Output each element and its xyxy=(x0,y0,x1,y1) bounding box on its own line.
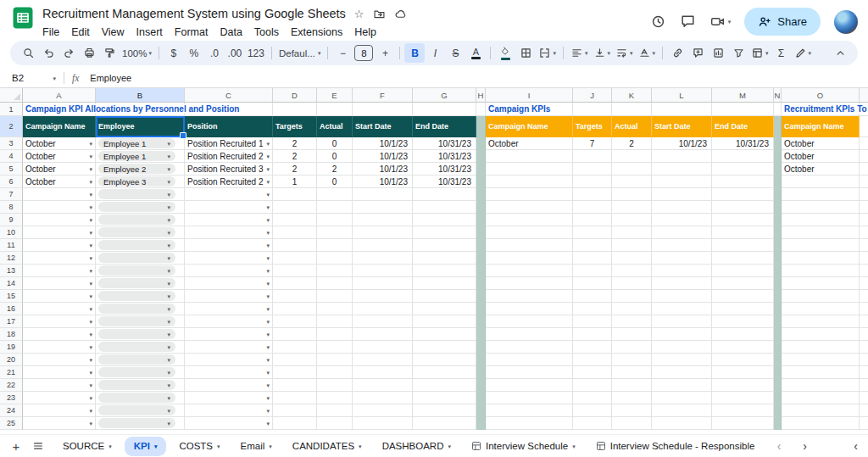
dropdown-chip[interactable]: Employee 3▾ xyxy=(98,176,175,187)
menu-file[interactable]: File xyxy=(36,25,65,40)
cell-E12[interactable] xyxy=(317,252,353,265)
horizontal-align-button[interactable]: ▾ xyxy=(568,43,591,63)
cell-E8[interactable] xyxy=(317,201,353,214)
collapse-panel-icon[interactable]: ‹ xyxy=(854,439,858,453)
cell-O7[interactable] xyxy=(782,188,860,201)
cell-J16[interactable] xyxy=(573,303,612,315)
cell-L8[interactable] xyxy=(652,201,712,214)
cell-J6[interactable] xyxy=(573,176,612,188)
chevron-down-icon[interactable]: ▾ xyxy=(266,382,270,388)
cell-C22[interactable]: ▾ xyxy=(185,379,273,392)
cell-A10[interactable]: ▾ xyxy=(23,226,96,239)
cell-O18[interactable] xyxy=(782,328,860,341)
cell-C25[interactable]: ▾ xyxy=(185,417,273,430)
cell-I13[interactable] xyxy=(486,265,573,277)
cell-C11[interactable]: ▾ xyxy=(185,239,273,252)
cell-K7[interactable] xyxy=(612,188,652,201)
row-header-11[interactable]: 11 xyxy=(0,239,23,252)
cell-M11[interactable] xyxy=(712,239,774,252)
chevron-down-icon[interactable]: ▾ xyxy=(266,204,270,210)
cell-M8[interactable] xyxy=(712,201,774,214)
cell-N16[interactable] xyxy=(774,303,782,315)
cell-edge-9[interactable] xyxy=(860,214,868,226)
cell-K18[interactable] xyxy=(612,328,652,341)
chevron-down-icon[interactable]: ▾ xyxy=(89,421,92,426)
cell-K3[interactable]: 2 xyxy=(612,137,652,150)
cell-K20[interactable] xyxy=(612,354,652,366)
cell-M7[interactable] xyxy=(712,188,774,201)
cell-K1[interactable] xyxy=(612,103,652,116)
cell-C5[interactable]: Position Recruited 3▾ xyxy=(185,163,273,176)
cell-A8[interactable]: ▾ xyxy=(23,201,96,214)
cell-J21[interactable] xyxy=(573,366,612,379)
chevron-down-icon[interactable]: ▾ xyxy=(572,443,576,449)
dropdown-chip[interactable]: ▾ xyxy=(98,393,175,403)
cell-M13[interactable] xyxy=(712,265,774,277)
column-header-I[interactable]: I xyxy=(486,88,573,103)
sheets-logo-icon[interactable] xyxy=(12,7,34,32)
cell-L11[interactable] xyxy=(652,239,712,252)
cell-J14[interactable] xyxy=(573,277,612,290)
cell-I1[interactable]: Campaign KPIs xyxy=(486,103,573,116)
chevron-down-icon[interactable]: ▾ xyxy=(266,357,270,363)
cell-O13[interactable] xyxy=(782,265,860,277)
cell-N3[interactable] xyxy=(774,137,782,150)
cell-L16[interactable] xyxy=(652,303,712,315)
cell-B22[interactable]: ▾ xyxy=(96,379,185,392)
chevron-down-icon[interactable]: ▾ xyxy=(266,408,270,414)
chevron-down-icon[interactable]: ▾ xyxy=(266,153,270,159)
column-header-G[interactable]: G xyxy=(413,88,476,103)
chevron-down-icon[interactable]: ▾ xyxy=(167,293,170,299)
cell-J1[interactable] xyxy=(573,103,612,116)
cell-B6[interactable]: Employee 3▾ xyxy=(96,176,185,188)
chevron-down-icon[interactable]: ▾ xyxy=(266,141,270,147)
cloud-status-icon[interactable] xyxy=(394,8,407,20)
cell-I20[interactable] xyxy=(486,354,573,366)
cell-C8[interactable]: ▾ xyxy=(185,201,273,214)
sheet-tab-candidates[interactable]: CANDIDATES▾ xyxy=(282,435,372,457)
dropdown-chip[interactable]: ▾ xyxy=(98,418,175,428)
paint-format-button[interactable] xyxy=(99,43,120,63)
sheet-tab-interview-schedule-responsible[interactable]: Interview Schedule - Responsible xyxy=(586,435,765,457)
cell-edge-23[interactable] xyxy=(860,392,868,404)
cell-M16[interactable] xyxy=(712,303,774,315)
cell-K6[interactable] xyxy=(612,176,652,188)
cell-N17[interactable] xyxy=(774,315,782,328)
cell-N15[interactable] xyxy=(774,290,782,303)
cell-A14[interactable]: ▾ xyxy=(23,277,96,290)
cell-G2[interactable]: End Date xyxy=(413,116,476,137)
cell-H17[interactable] xyxy=(476,315,486,328)
cell-C20[interactable]: ▾ xyxy=(185,354,273,366)
chevron-down-icon[interactable]: ▾ xyxy=(167,166,170,172)
comments-icon[interactable] xyxy=(680,14,696,30)
cell-F23[interactable] xyxy=(353,392,413,404)
cell-B7[interactable]: ▾ xyxy=(96,188,185,201)
cell-A2[interactable]: Campaign Name xyxy=(23,116,96,137)
redo-button[interactable] xyxy=(58,43,79,63)
cell-J25[interactable] xyxy=(573,417,612,430)
cell-A5[interactable]: October▾ xyxy=(23,163,96,176)
cell-F14[interactable] xyxy=(353,277,413,290)
cell-E9[interactable] xyxy=(317,214,353,226)
cell-M12[interactable] xyxy=(712,252,774,265)
cell-H22[interactable] xyxy=(476,379,486,392)
cell-J20[interactable] xyxy=(573,354,612,366)
cell-E16[interactable] xyxy=(317,303,353,315)
menu-data[interactable]: Data xyxy=(214,25,248,40)
cell-B10[interactable]: ▾ xyxy=(96,226,185,239)
cell-E25[interactable] xyxy=(317,417,353,430)
cell-J12[interactable] xyxy=(573,252,612,265)
column-header-N[interactable]: N xyxy=(774,88,782,103)
tab-scroll-right-icon[interactable]: › xyxy=(803,439,807,453)
cell-G4[interactable]: 10/31/23 xyxy=(413,150,476,163)
menu-view[interactable]: View xyxy=(96,25,131,40)
cell-L23[interactable] xyxy=(652,392,712,404)
cell-D2[interactable]: Targets xyxy=(273,116,317,137)
text-color-button[interactable]: A xyxy=(465,43,486,63)
cell-A24[interactable]: ▾ xyxy=(23,404,96,417)
cell-O14[interactable] xyxy=(782,277,860,290)
cell-K9[interactable] xyxy=(612,214,652,226)
insert-comment-button[interactable] xyxy=(687,43,708,63)
cell-M14[interactable] xyxy=(712,277,774,290)
chevron-down-icon[interactable]: ▾ xyxy=(89,332,92,337)
